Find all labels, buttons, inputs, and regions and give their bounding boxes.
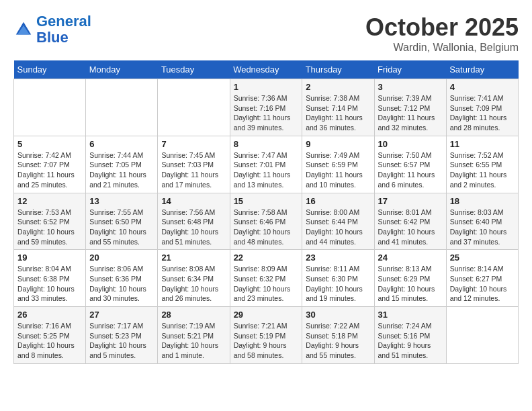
location: Wardin, Wallonia, Belgium — [365, 42, 519, 54]
day-info: Sunrise: 7:36 AM Sunset: 7:16 PM Dayligh… — [234, 93, 299, 133]
calendar-cell: 12Sunrise: 7:53 AM Sunset: 6:52 PM Dayli… — [14, 193, 86, 250]
day-info: Sunrise: 8:08 AM Sunset: 6:34 PM Dayligh… — [161, 264, 226, 304]
day-info: Sunrise: 7:24 AM Sunset: 5:16 PM Dayligh… — [378, 321, 443, 361]
calendar-cell — [158, 79, 230, 136]
calendar-cell: 15Sunrise: 7:58 AM Sunset: 6:46 PM Dayli… — [230, 193, 302, 250]
day-number: 1 — [234, 82, 299, 92]
calendar-cell: 28Sunrise: 7:19 AM Sunset: 5:21 PM Dayli… — [158, 307, 230, 364]
weekday-header: Sunday — [14, 60, 86, 79]
calendar-week-row: 26Sunrise: 7:16 AM Sunset: 5:25 PM Dayli… — [14, 307, 519, 364]
day-info: Sunrise: 7:56 AM Sunset: 6:48 PM Dayligh… — [161, 208, 226, 247]
day-number: 4 — [450, 82, 515, 92]
calendar-cell: 22Sunrise: 8:09 AM Sunset: 6:32 PM Dayli… — [230, 250, 302, 307]
day-number: 25 — [450, 253, 515, 263]
day-info: Sunrise: 8:01 AM Sunset: 6:42 PM Dayligh… — [378, 208, 443, 247]
day-info: Sunrise: 8:09 AM Sunset: 6:32 PM Dayligh… — [234, 264, 299, 304]
day-number: 13 — [89, 196, 154, 206]
day-info: Sunrise: 7:41 AM Sunset: 7:09 PM Dayligh… — [450, 93, 515, 133]
weekday-header: Saturday — [446, 60, 518, 79]
day-number: 22 — [234, 253, 299, 263]
day-info: Sunrise: 8:03 AM Sunset: 6:40 PM Dayligh… — [450, 208, 515, 247]
weekday-header: Monday — [86, 60, 158, 79]
calendar-cell: 19Sunrise: 8:04 AM Sunset: 6:38 PM Dayli… — [14, 250, 86, 307]
weekday-header: Tuesday — [158, 60, 230, 79]
calendar-cell: 7Sunrise: 7:45 AM Sunset: 7:03 PM Daylig… — [158, 136, 230, 193]
day-info: Sunrise: 7:53 AM Sunset: 6:52 PM Dayligh… — [17, 208, 82, 247]
day-number: 30 — [306, 310, 370, 320]
calendar-cell: 11Sunrise: 7:52 AM Sunset: 6:55 PM Dayli… — [446, 136, 518, 193]
calendar-cell: 8Sunrise: 7:47 AM Sunset: 7:01 PM Daylig… — [230, 136, 302, 193]
calendar-cell: 13Sunrise: 7:55 AM Sunset: 6:50 PM Dayli… — [86, 193, 158, 250]
day-info: Sunrise: 7:45 AM Sunset: 7:03 PM Dayligh… — [161, 150, 226, 190]
day-info: Sunrise: 7:21 AM Sunset: 5:19 PM Dayligh… — [234, 321, 299, 361]
calendar-week-row: 12Sunrise: 7:53 AM Sunset: 6:52 PM Dayli… — [14, 193, 519, 250]
day-number: 12 — [17, 196, 82, 206]
calendar-cell: 29Sunrise: 7:21 AM Sunset: 5:19 PM Dayli… — [230, 307, 302, 364]
page-header: General Blue October 2025 Wardin, Wallon… — [13, 13, 519, 54]
calendar-cell: 20Sunrise: 8:06 AM Sunset: 6:36 PM Dayli… — [86, 250, 158, 307]
day-number: 17 — [378, 196, 443, 206]
day-number: 6 — [89, 139, 154, 149]
calendar-cell: 14Sunrise: 7:56 AM Sunset: 6:48 PM Dayli… — [158, 193, 230, 250]
calendar-cell: 18Sunrise: 8:03 AM Sunset: 6:40 PM Dayli… — [446, 193, 518, 250]
day-number: 27 — [89, 310, 154, 320]
calendar-cell: 24Sunrise: 8:13 AM Sunset: 6:29 PM Dayli… — [374, 250, 446, 307]
calendar-cell: 31Sunrise: 7:24 AM Sunset: 5:16 PM Dayli… — [374, 307, 446, 364]
day-number: 23 — [306, 253, 370, 263]
day-info: Sunrise: 7:42 AM Sunset: 7:07 PM Dayligh… — [17, 150, 82, 190]
day-number: 26 — [17, 310, 82, 320]
calendar-cell: 26Sunrise: 7:16 AM Sunset: 5:25 PM Dayli… — [14, 307, 86, 364]
day-number: 18 — [450, 196, 515, 206]
calendar-cell: 2Sunrise: 7:38 AM Sunset: 7:14 PM Daylig… — [302, 79, 374, 136]
day-number: 3 — [378, 82, 443, 92]
calendar-cell: 10Sunrise: 7:50 AM Sunset: 6:57 PM Dayli… — [374, 136, 446, 193]
day-number: 9 — [306, 139, 370, 149]
logo-icon — [13, 19, 34, 40]
calendar-cell: 17Sunrise: 8:01 AM Sunset: 6:42 PM Dayli… — [374, 193, 446, 250]
day-info: Sunrise: 7:52 AM Sunset: 6:55 PM Dayligh… — [450, 150, 515, 190]
day-number: 7 — [161, 139, 226, 149]
month-title: October 2025 — [365, 13, 519, 42]
title-block: October 2025 Wardin, Wallonia, Belgium — [365, 13, 519, 54]
calendar-cell — [86, 79, 158, 136]
day-number: 29 — [234, 310, 299, 320]
calendar-cell: 16Sunrise: 8:00 AM Sunset: 6:44 PM Dayli… — [302, 193, 374, 250]
day-number: 14 — [161, 196, 226, 206]
day-number: 15 — [234, 196, 299, 206]
calendar-cell: 6Sunrise: 7:44 AM Sunset: 7:05 PM Daylig… — [86, 136, 158, 193]
day-info: Sunrise: 7:44 AM Sunset: 7:05 PM Dayligh… — [89, 150, 154, 190]
day-info: Sunrise: 8:13 AM Sunset: 6:29 PM Dayligh… — [378, 264, 443, 304]
day-number: 31 — [378, 310, 443, 320]
day-number: 24 — [378, 253, 443, 263]
calendar-cell: 3Sunrise: 7:39 AM Sunset: 7:12 PM Daylig… — [374, 79, 446, 136]
calendar-week-row: 1Sunrise: 7:36 AM Sunset: 7:16 PM Daylig… — [14, 79, 519, 136]
day-number: 19 — [17, 253, 82, 263]
day-info: Sunrise: 7:58 AM Sunset: 6:46 PM Dayligh… — [234, 208, 299, 247]
day-info: Sunrise: 7:47 AM Sunset: 7:01 PM Dayligh… — [234, 150, 299, 190]
calendar-week-row: 5Sunrise: 7:42 AM Sunset: 7:07 PM Daylig… — [14, 136, 519, 193]
calendar-cell: 9Sunrise: 7:49 AM Sunset: 6:59 PM Daylig… — [302, 136, 374, 193]
day-info: Sunrise: 7:22 AM Sunset: 5:18 PM Dayligh… — [306, 321, 370, 361]
day-number: 10 — [378, 139, 443, 149]
calendar-cell — [446, 307, 518, 364]
calendar-cell: 1Sunrise: 7:36 AM Sunset: 7:16 PM Daylig… — [230, 79, 302, 136]
calendar-table: SundayMondayTuesdayWednesdayThursdayFrid… — [13, 60, 519, 364]
day-info: Sunrise: 7:55 AM Sunset: 6:50 PM Dayligh… — [89, 208, 154, 247]
day-info: Sunrise: 8:14 AM Sunset: 6:27 PM Dayligh… — [450, 264, 515, 304]
calendar-cell: 23Sunrise: 8:11 AM Sunset: 6:30 PM Dayli… — [302, 250, 374, 307]
calendar-cell: 27Sunrise: 7:17 AM Sunset: 5:23 PM Dayli… — [86, 307, 158, 364]
logo-text: General Blue — [36, 13, 91, 46]
weekday-header: Thursday — [302, 60, 374, 79]
day-number: 21 — [161, 253, 226, 263]
day-info: Sunrise: 7:39 AM Sunset: 7:12 PM Dayligh… — [378, 93, 443, 133]
weekday-header-row: SundayMondayTuesdayWednesdayThursdayFrid… — [14, 60, 519, 79]
day-number: 8 — [234, 139, 299, 149]
day-info: Sunrise: 7:38 AM Sunset: 7:14 PM Dayligh… — [306, 93, 370, 133]
day-number: 5 — [17, 139, 82, 149]
day-info: Sunrise: 7:17 AM Sunset: 5:23 PM Dayligh… — [89, 321, 154, 361]
day-number: 16 — [306, 196, 370, 206]
calendar-cell: 5Sunrise: 7:42 AM Sunset: 7:07 PM Daylig… — [14, 136, 86, 193]
logo: General Blue — [13, 13, 91, 46]
day-info: Sunrise: 7:16 AM Sunset: 5:25 PM Dayligh… — [17, 321, 82, 361]
day-info: Sunrise: 8:04 AM Sunset: 6:38 PM Dayligh… — [17, 264, 82, 304]
